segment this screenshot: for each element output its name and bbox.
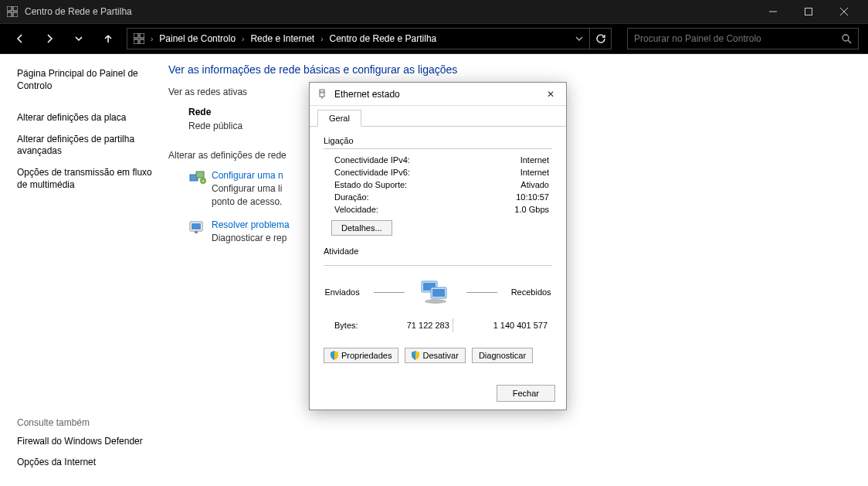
svg-rect-11 bbox=[140, 39, 144, 44]
dialog-tabs: Geral bbox=[310, 106, 566, 127]
bytes-received: 1 140 401 577 bbox=[456, 321, 548, 330]
svg-rect-20 bbox=[195, 231, 198, 233]
sidebar-link-internet-options[interactable]: Opções da Internet bbox=[17, 457, 154, 469]
bytes-sent: 71 122 283 bbox=[358, 321, 449, 330]
ethernet-status-dialog: Ethernet estado ✕ Geral Ligação Conectiv… bbox=[309, 82, 567, 410]
tab-general[interactable]: Geral bbox=[317, 110, 361, 127]
chevron-right-icon: › bbox=[151, 35, 153, 43]
properties-button[interactable]: Propriedades bbox=[324, 348, 398, 363]
computers-icon bbox=[419, 278, 453, 306]
kv-value: 1.0 Gbps bbox=[514, 205, 549, 214]
address-bar[interactable]: › Painel de Controlo › Rede e Internet ›… bbox=[127, 28, 590, 49]
page-heading: Ver as informações de rede básicas e con… bbox=[168, 63, 853, 76]
breadcrumb[interactable]: Painel de Controlo bbox=[159, 33, 236, 44]
svg-rect-9 bbox=[140, 33, 144, 38]
svg-rect-0 bbox=[7, 6, 12, 11]
sidebar-link-adapter[interactable]: Alterar definições da placa bbox=[17, 112, 154, 124]
search-bar[interactable] bbox=[627, 28, 859, 49]
maximize-button[interactable] bbox=[791, 0, 826, 23]
task-link[interactable]: Resolver problema bbox=[212, 219, 290, 230]
svg-rect-10 bbox=[134, 39, 138, 44]
window-title: Centro de Rede e Partilha bbox=[25, 6, 755, 17]
svg-line-13 bbox=[848, 40, 851, 43]
svg-rect-19 bbox=[192, 223, 201, 229]
bytes-label: Bytes: bbox=[334, 321, 358, 330]
dialog-title: Ethernet estado bbox=[334, 89, 543, 100]
connection-group-label: Ligação bbox=[324, 136, 552, 145]
task-link[interactable]: Configurar uma n bbox=[212, 170, 283, 181]
task-desc: Configurar uma li bbox=[212, 183, 282, 194]
breadcrumb[interactable]: Centro de Rede e Partilha bbox=[330, 33, 437, 44]
kv-key: Conectividade IPv6: bbox=[334, 168, 410, 177]
navigation-bar: › Painel de Controlo › Rede e Internet ›… bbox=[0, 23, 868, 54]
sidebar: Página Principal do Painel de Controlo A… bbox=[0, 54, 162, 486]
app-icon bbox=[6, 5, 19, 18]
chevron-right-icon: › bbox=[320, 35, 323, 43]
svg-rect-15 bbox=[196, 172, 204, 178]
shield-icon bbox=[412, 351, 419, 360]
details-button[interactable]: Detalhes... bbox=[331, 220, 392, 236]
dialog-titlebar: Ethernet estado ✕ bbox=[310, 83, 566, 106]
kv-key: Conectividade IPv4: bbox=[334, 155, 410, 165]
sidebar-link-streaming[interactable]: Opções de transmissão em fluxo de multim… bbox=[17, 167, 154, 191]
shield-icon bbox=[331, 351, 338, 360]
setup-icon: + bbox=[188, 170, 204, 185]
svg-point-12 bbox=[843, 35, 849, 41]
disable-button[interactable]: Desativar bbox=[405, 348, 465, 363]
kv-key: Estado do Suporte: bbox=[334, 180, 407, 189]
diagnose-button[interactable]: Diagnosticar bbox=[472, 348, 533, 363]
task-desc: ponto de acesso. bbox=[212, 196, 282, 207]
sidebar-link-sharing[interactable]: Alterar definições de partilha avançadas bbox=[17, 134, 154, 158]
sidebar-link-firewall[interactable]: Firewall do Windows Defender bbox=[17, 436, 154, 448]
kv-value: Internet bbox=[520, 155, 549, 165]
see-also-label: Consulte também bbox=[17, 417, 154, 428]
kv-value: Ativado bbox=[520, 180, 549, 189]
button-label: Diagnosticar bbox=[479, 351, 526, 360]
svg-rect-8 bbox=[134, 33, 138, 38]
sent-label: Enviados bbox=[324, 287, 359, 297]
kv-value: 10:10:57 bbox=[516, 192, 549, 202]
kv-key: Velocidade: bbox=[334, 205, 378, 214]
search-icon[interactable] bbox=[841, 33, 852, 44]
kv-value: Internet bbox=[520, 168, 549, 177]
search-input[interactable] bbox=[634, 33, 841, 44]
troubleshoot-icon bbox=[188, 219, 204, 235]
address-icon bbox=[134, 33, 144, 44]
breadcrumb[interactable]: Rede e Internet bbox=[250, 33, 314, 44]
received-label: Recebidos bbox=[511, 287, 551, 297]
task-desc: Diagnosticar e rep bbox=[212, 233, 290, 243]
close-dialog-button[interactable]: Fechar bbox=[497, 385, 555, 402]
ethernet-icon bbox=[317, 89, 328, 100]
dialog-close-button[interactable]: ✕ bbox=[543, 89, 558, 100]
activity-line bbox=[374, 292, 405, 293]
button-label: Propriedades bbox=[341, 351, 392, 360]
refresh-button[interactable] bbox=[590, 28, 612, 49]
close-button[interactable] bbox=[826, 0, 862, 23]
back-button[interactable] bbox=[9, 28, 31, 49]
recent-dropdown[interactable] bbox=[68, 28, 90, 49]
button-label: Desativar bbox=[422, 351, 458, 360]
chevron-right-icon: › bbox=[242, 35, 244, 43]
svg-text:+: + bbox=[202, 178, 205, 185]
window-titlebar: Centro de Rede e Partilha bbox=[0, 0, 868, 23]
activity-group-label: Atividade bbox=[324, 246, 552, 256]
forward-button[interactable] bbox=[39, 28, 60, 49]
up-button[interactable] bbox=[97, 28, 119, 49]
chevron-down-icon[interactable] bbox=[575, 35, 583, 42]
svg-point-30 bbox=[425, 299, 446, 304]
svg-rect-5 bbox=[805, 8, 812, 15]
svg-rect-29 bbox=[432, 289, 445, 297]
activity-line bbox=[466, 292, 497, 293]
kv-key: Duração: bbox=[334, 192, 369, 202]
minimize-button[interactable] bbox=[755, 0, 791, 23]
svg-rect-2 bbox=[7, 12, 12, 17]
sidebar-link-home[interactable]: Página Principal do Painel de Controlo bbox=[17, 68, 154, 92]
separator bbox=[453, 318, 453, 332]
svg-rect-3 bbox=[13, 12, 18, 17]
svg-rect-1 bbox=[13, 6, 18, 11]
